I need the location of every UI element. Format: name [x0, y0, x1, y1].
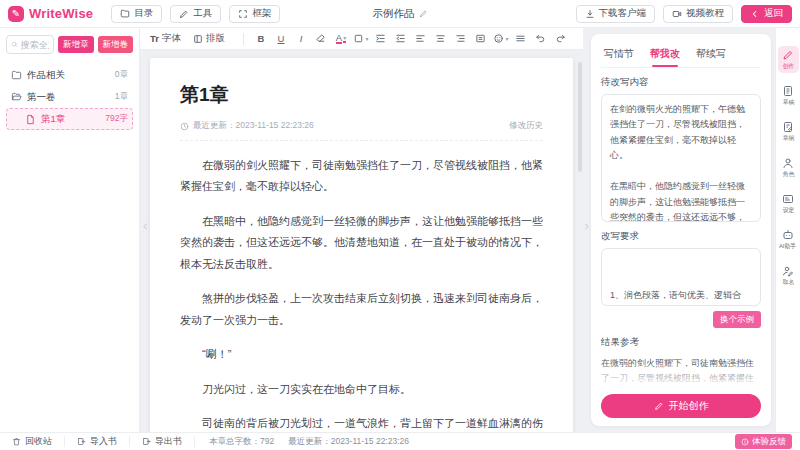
edit-pencil-icon[interactable]	[419, 9, 428, 18]
tools-button[interactable]: 工具	[170, 5, 221, 23]
back-label: 返回	[764, 7, 783, 20]
redo-button[interactable]	[552, 31, 570, 47]
align-left-icon	[415, 33, 426, 44]
indent-increase-button[interactable]	[372, 31, 390, 47]
sidebar-collapse-handle[interactable]	[140, 214, 150, 240]
framework-button[interactable]: 框架	[229, 5, 280, 23]
tab-rewrite[interactable]: 帮我改	[649, 44, 681, 67]
folder-open-icon	[11, 92, 22, 103]
source-textarea[interactable]: 在剑的微弱火光的照耀下，午德勉强挡住了一刀，尽管视线被阻挡，他紧紧握住宝剑，毫不…	[601, 94, 761, 222]
tree-item-chapter-1[interactable]: 第1章 792字	[6, 108, 133, 130]
outline-icon	[782, 121, 794, 133]
back-button[interactable]: 返回	[741, 5, 792, 23]
tab-continue[interactable]: 帮续写	[695, 44, 727, 67]
undo-button[interactable]	[532, 31, 550, 47]
result-fade	[601, 362, 761, 388]
tree-item-volume-1[interactable]: 第一卷 1章	[6, 86, 133, 108]
redo-icon	[555, 33, 566, 44]
download-client-label: 下载客户端	[599, 7, 647, 20]
insert-symbol-button[interactable]: ▾	[492, 31, 510, 47]
rail-item-label: 创作	[782, 62, 794, 70]
requirement-label: 改写要求	[601, 230, 761, 243]
editor-scroll-area[interactable]: 第1章 最近更新：2023-11-15 22:23:26 修改历史 在微弱的剑火…	[140, 50, 583, 432]
rail-item-setting[interactable]: 设定	[778, 190, 799, 217]
import-book-button[interactable]: 导入书	[65, 436, 130, 447]
emoji-icon	[493, 33, 504, 44]
recycle-bin-button[interactable]: 回收站	[8, 436, 65, 447]
rail-item-draft[interactable]: 草稿	[778, 82, 799, 109]
paragraph[interactable]: 司徒南的背后被刀光划过，一道气浪炸，背上留下了一道鲜血淋漓的伤口。	[180, 413, 543, 432]
video-tutorial-label: 视频教程	[686, 7, 724, 20]
search-icon	[11, 40, 18, 49]
align-center-icon	[435, 33, 446, 44]
bold-button[interactable]: B	[252, 31, 270, 47]
italic-button[interactable]: I	[292, 31, 310, 47]
highlight-color-button[interactable]: ▾	[352, 31, 370, 47]
align-left-button[interactable]	[412, 31, 430, 47]
align-center-button[interactable]	[432, 31, 450, 47]
line-spacing-icon	[515, 33, 526, 44]
pen-icon	[654, 401, 664, 411]
page-card[interactable]: 第1章 最近更新：2023-11-15 22:23:26 修改历史 在微弱的剑火…	[150, 58, 573, 432]
editor-body[interactable]: 在微弱的剑火照耀下，司徒南勉强挡住了一刀，尽管视线被阻挡，他紧紧握住宝剑，毫不敢…	[180, 155, 543, 432]
tree-item-work-related[interactable]: 作品相关 0章	[6, 64, 133, 86]
change-example-button[interactable]: 换个示例	[713, 311, 761, 328]
ai-icon	[782, 229, 794, 241]
font-color-button[interactable]: A▾	[332, 31, 350, 47]
clock-icon	[180, 122, 189, 131]
video-tutorial-button[interactable]: 视频教程	[663, 5, 733, 23]
framework-label: 框架	[252, 7, 271, 20]
assistant-tabs: 写情节 帮我改 帮续写	[601, 40, 761, 68]
rail-item-create[interactable]: 创作	[778, 46, 799, 73]
app-logo-icon: ✎	[8, 6, 24, 22]
editor-scrollbar[interactable]	[578, 62, 582, 172]
start-writing-button[interactable]: 开始创作	[601, 394, 761, 418]
paragraph[interactable]: 煞拼的步伐轻盈，上一次攻击结束后立刻切换，迅速来到司徒南身后，发动了一次强力一击…	[180, 288, 543, 331]
search-input[interactable]	[21, 40, 49, 50]
font-menu-button[interactable]: Tr 字体	[150, 32, 181, 45]
tab-write-plot[interactable]: 写情节	[603, 44, 635, 67]
rail-item-character[interactable]: 角色	[778, 154, 799, 181]
last-updated: 最近更新：2023-11-15 22:23:26	[180, 120, 314, 132]
align-right-button[interactable]	[452, 31, 470, 47]
indent-decrease-icon	[395, 33, 406, 44]
align-right-icon	[455, 33, 466, 44]
download-client-button[interactable]: 下载客户端	[576, 5, 656, 23]
justify-button[interactable]	[472, 31, 490, 47]
word-count: 本章总字数：792	[209, 436, 274, 448]
chevron-right-icon	[582, 222, 591, 231]
feedback-label: 体验反馈	[752, 436, 786, 448]
chapter-sidebar: 新增章 新增卷 作品相关 0章 第一卷 1章 第1章 792字	[0, 28, 140, 432]
paragraph[interactable]: “唰！”	[180, 344, 543, 365]
rail-item-label: 章纲	[782, 134, 794, 142]
paragraph[interactable]: 刀光闪过，这一刀实实在在地命中了目标。	[180, 379, 543, 400]
paragraph[interactable]: 在黑暗中，他隐约感觉到一丝轻微的脚步声，这让他勉强能够抵挡一些突然的袭击，但这还…	[180, 211, 543, 275]
character-icon	[782, 157, 794, 169]
toolbar-divider	[243, 33, 244, 45]
requirement-line: 1、润色段落，语句优美、逻辑合理；	[610, 287, 752, 306]
indent-decrease-button[interactable]	[392, 31, 410, 47]
paragraph[interactable]: 在微弱的剑火照耀下，司徒南勉强挡住了一刀，尽管视线被阻挡，他紧紧握住宝剑，毫不敢…	[180, 155, 543, 198]
editor-main: Tr 字体 排版 B U I A▾ ▾	[140, 28, 583, 432]
underline-button[interactable]: U	[272, 31, 290, 47]
catalog-label: 目录	[134, 7, 153, 20]
feedback-button[interactable]: 体验反馈	[735, 434, 792, 449]
catalog-button[interactable]: 目录	[111, 5, 162, 23]
revision-history-link[interactable]: 修改历史	[509, 120, 543, 132]
rail-item-naming[interactable]: 取名	[778, 262, 799, 289]
rail-item-ai-helper[interactable]: AI助手	[778, 226, 799, 253]
layout-menu-button[interactable]: 排版	[193, 32, 225, 45]
layout-menu-label: 排版	[206, 32, 225, 45]
panel-collapse-handle[interactable]	[581, 214, 591, 240]
add-chapter-button[interactable]: 新增章	[58, 36, 94, 53]
line-spacing-button[interactable]	[512, 31, 530, 47]
rail-item-label: 草稿	[782, 98, 794, 106]
frame-icon	[238, 9, 248, 19]
rail-item-outline[interactable]: 章纲	[778, 118, 799, 145]
clear-format-button[interactable]	[312, 31, 330, 47]
requirement-textarea[interactable]: 1、润色段落，语句优美、逻辑合理； 2、午德 换成 司徒南； 3、打斗桥段华丽无…	[601, 248, 761, 306]
export-book-button[interactable]: 导出书	[130, 436, 195, 447]
add-volume-button[interactable]: 新增卷	[98, 36, 134, 53]
recycle-bin-label: 回收站	[25, 435, 52, 448]
import-book-label: 导入书	[90, 435, 117, 448]
